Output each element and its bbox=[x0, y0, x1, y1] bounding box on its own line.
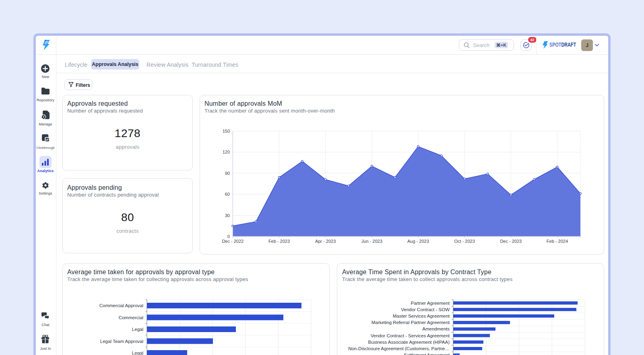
svg-text:60: 60 bbox=[225, 192, 230, 197]
svg-text:Oct - 2023: Oct - 2023 bbox=[454, 239, 475, 244]
svg-text:Marketing Referral Partner Agr: Marketing Referral Partner Agreement bbox=[372, 320, 450, 325]
svg-text:150: 150 bbox=[223, 129, 230, 133]
svg-text:Amendments: Amendments bbox=[422, 326, 450, 331]
svg-text:Legal: Legal bbox=[132, 351, 143, 355]
svg-text:Jun - 2023: Jun - 2023 bbox=[361, 239, 382, 244]
svg-text:Apr - 2023: Apr - 2023 bbox=[315, 239, 336, 244]
svg-text:Feb - 2024: Feb - 2024 bbox=[547, 239, 568, 244]
svg-text:Master Services Agreement: Master Services Agreement bbox=[393, 314, 450, 318]
svg-text:Legal: Legal bbox=[132, 327, 143, 332]
svg-text:Legal Team Approval: Legal Team Approval bbox=[100, 339, 143, 344]
svg-text:Dec - 2023: Dec - 2023 bbox=[500, 239, 522, 244]
svg-text:Feb - 2023: Feb - 2023 bbox=[268, 239, 290, 244]
svg-text:Commercial: Commercial bbox=[119, 315, 143, 320]
svg-text:Partner Agreement: Partner Agreement bbox=[411, 301, 450, 306]
svg-text:90: 90 bbox=[225, 171, 230, 176]
svg-text:Dec - 2022: Dec - 2022 bbox=[222, 239, 244, 244]
svg-text:30: 30 bbox=[225, 213, 230, 218]
svg-text:Business Associate Agreement (: Business Associate Agreement (HIPAA) bbox=[368, 340, 450, 345]
svg-text:0: 0 bbox=[227, 234, 230, 239]
svg-text:Non-Disclosure Agreement (Cust: Non-Disclosure Agreement (Customers, Par… bbox=[348, 346, 450, 351]
svg-text:Vendor Contract - Services Agr: Vendor Contract - Services Agreement bbox=[371, 333, 450, 338]
svg-text:Vendor Contract - SOW: Vendor Contract - SOW bbox=[401, 307, 450, 312]
svg-text:Settlement Agreement: Settlement Agreement bbox=[404, 353, 450, 355]
svg-text:120: 120 bbox=[223, 150, 230, 154]
svg-text:Commercial Approval: Commercial Approval bbox=[99, 303, 143, 308]
svg-text:Aug - 2023: Aug - 2023 bbox=[407, 239, 429, 244]
